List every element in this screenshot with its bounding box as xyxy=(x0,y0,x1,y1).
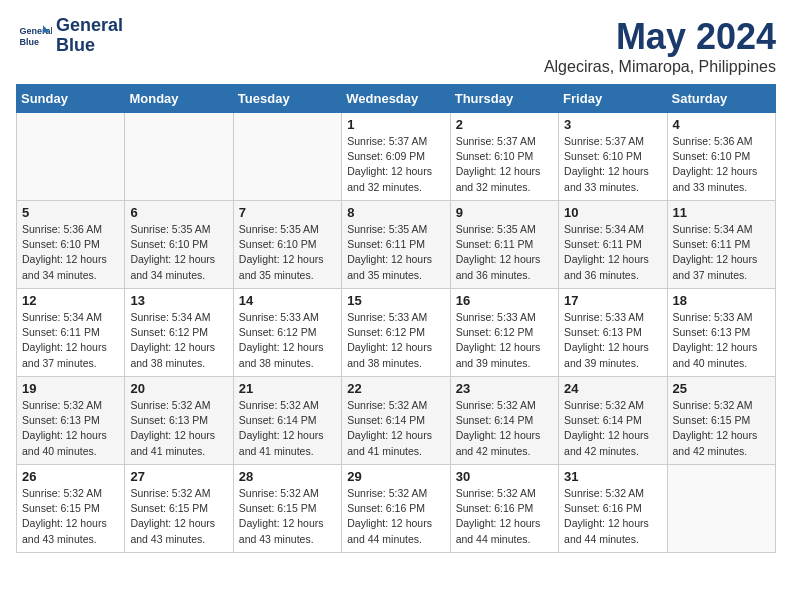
calendar-cell: 23Sunrise: 5:32 AM Sunset: 6:14 PM Dayli… xyxy=(450,377,558,465)
day-info: Sunrise: 5:32 AM Sunset: 6:13 PM Dayligh… xyxy=(22,398,119,459)
day-number: 29 xyxy=(347,469,444,484)
calendar-cell: 18Sunrise: 5:33 AM Sunset: 6:13 PM Dayli… xyxy=(667,289,775,377)
day-info: Sunrise: 5:32 AM Sunset: 6:14 PM Dayligh… xyxy=(347,398,444,459)
week-row-5: 26Sunrise: 5:32 AM Sunset: 6:15 PM Dayli… xyxy=(17,465,776,553)
calendar-cell: 4Sunrise: 5:36 AM Sunset: 6:10 PM Daylig… xyxy=(667,113,775,201)
day-number: 4 xyxy=(673,117,770,132)
header-row: SundayMondayTuesdayWednesdayThursdayFrid… xyxy=(17,85,776,113)
day-info: Sunrise: 5:32 AM Sunset: 6:14 PM Dayligh… xyxy=(456,398,553,459)
calendar-cell: 24Sunrise: 5:32 AM Sunset: 6:14 PM Dayli… xyxy=(559,377,667,465)
week-row-4: 19Sunrise: 5:32 AM Sunset: 6:13 PM Dayli… xyxy=(17,377,776,465)
day-info: Sunrise: 5:35 AM Sunset: 6:10 PM Dayligh… xyxy=(239,222,336,283)
svg-text:Blue: Blue xyxy=(20,37,40,47)
day-header-tuesday: Tuesday xyxy=(233,85,341,113)
day-number: 14 xyxy=(239,293,336,308)
day-info: Sunrise: 5:36 AM Sunset: 6:10 PM Dayligh… xyxy=(673,134,770,195)
day-number: 13 xyxy=(130,293,227,308)
calendar-cell: 14Sunrise: 5:33 AM Sunset: 6:12 PM Dayli… xyxy=(233,289,341,377)
logo-line1: General xyxy=(56,15,123,35)
calendar-cell: 10Sunrise: 5:34 AM Sunset: 6:11 PM Dayli… xyxy=(559,201,667,289)
day-number: 26 xyxy=(22,469,119,484)
day-info: Sunrise: 5:37 AM Sunset: 6:10 PM Dayligh… xyxy=(456,134,553,195)
day-number: 3 xyxy=(564,117,661,132)
logo-line2: Blue xyxy=(56,35,95,55)
calendar-cell: 17Sunrise: 5:33 AM Sunset: 6:13 PM Dayli… xyxy=(559,289,667,377)
day-number: 5 xyxy=(22,205,119,220)
day-info: Sunrise: 5:33 AM Sunset: 6:13 PM Dayligh… xyxy=(673,310,770,371)
calendar-cell: 28Sunrise: 5:32 AM Sunset: 6:15 PM Dayli… xyxy=(233,465,341,553)
day-info: Sunrise: 5:32 AM Sunset: 6:15 PM Dayligh… xyxy=(22,486,119,547)
calendar-cell: 11Sunrise: 5:34 AM Sunset: 6:11 PM Dayli… xyxy=(667,201,775,289)
day-info: Sunrise: 5:35 AM Sunset: 6:10 PM Dayligh… xyxy=(130,222,227,283)
title-block: May 2024 Algeciras, Mimaropa, Philippine… xyxy=(544,16,776,76)
calendar-cell: 6Sunrise: 5:35 AM Sunset: 6:10 PM Daylig… xyxy=(125,201,233,289)
calendar-cell: 3Sunrise: 5:37 AM Sunset: 6:10 PM Daylig… xyxy=(559,113,667,201)
day-info: Sunrise: 5:32 AM Sunset: 6:15 PM Dayligh… xyxy=(239,486,336,547)
calendar-cell: 1Sunrise: 5:37 AM Sunset: 6:09 PM Daylig… xyxy=(342,113,450,201)
day-number: 8 xyxy=(347,205,444,220)
day-number: 31 xyxy=(564,469,661,484)
day-info: Sunrise: 5:32 AM Sunset: 6:16 PM Dayligh… xyxy=(456,486,553,547)
page-header: General Blue General Blue May 2024 Algec… xyxy=(16,16,776,76)
day-info: Sunrise: 5:34 AM Sunset: 6:11 PM Dayligh… xyxy=(673,222,770,283)
day-number: 1 xyxy=(347,117,444,132)
day-info: Sunrise: 5:32 AM Sunset: 6:15 PM Dayligh… xyxy=(130,486,227,547)
logo-icon: General Blue xyxy=(16,18,52,54)
day-number: 28 xyxy=(239,469,336,484)
day-number: 17 xyxy=(564,293,661,308)
day-header-friday: Friday xyxy=(559,85,667,113)
day-info: Sunrise: 5:32 AM Sunset: 6:14 PM Dayligh… xyxy=(239,398,336,459)
month-title: May 2024 xyxy=(544,16,776,58)
calendar-cell: 12Sunrise: 5:34 AM Sunset: 6:11 PM Dayli… xyxy=(17,289,125,377)
day-header-thursday: Thursday xyxy=(450,85,558,113)
day-number: 30 xyxy=(456,469,553,484)
calendar-cell: 22Sunrise: 5:32 AM Sunset: 6:14 PM Dayli… xyxy=(342,377,450,465)
day-number: 12 xyxy=(22,293,119,308)
day-info: Sunrise: 5:32 AM Sunset: 6:14 PM Dayligh… xyxy=(564,398,661,459)
calendar-cell: 15Sunrise: 5:33 AM Sunset: 6:12 PM Dayli… xyxy=(342,289,450,377)
day-info: Sunrise: 5:35 AM Sunset: 6:11 PM Dayligh… xyxy=(456,222,553,283)
day-header-saturday: Saturday xyxy=(667,85,775,113)
day-number: 19 xyxy=(22,381,119,396)
day-number: 2 xyxy=(456,117,553,132)
calendar-cell: 9Sunrise: 5:35 AM Sunset: 6:11 PM Daylig… xyxy=(450,201,558,289)
calendar-cell: 5Sunrise: 5:36 AM Sunset: 6:10 PM Daylig… xyxy=(17,201,125,289)
day-number: 18 xyxy=(673,293,770,308)
week-row-1: 1Sunrise: 5:37 AM Sunset: 6:09 PM Daylig… xyxy=(17,113,776,201)
calendar-cell: 2Sunrise: 5:37 AM Sunset: 6:10 PM Daylig… xyxy=(450,113,558,201)
calendar-cell: 31Sunrise: 5:32 AM Sunset: 6:16 PM Dayli… xyxy=(559,465,667,553)
logo: General Blue General Blue xyxy=(16,16,123,56)
day-info: Sunrise: 5:33 AM Sunset: 6:13 PM Dayligh… xyxy=(564,310,661,371)
calendar-cell xyxy=(125,113,233,201)
day-info: Sunrise: 5:34 AM Sunset: 6:11 PM Dayligh… xyxy=(22,310,119,371)
day-number: 9 xyxy=(456,205,553,220)
calendar-cell: 25Sunrise: 5:32 AM Sunset: 6:15 PM Dayli… xyxy=(667,377,775,465)
day-info: Sunrise: 5:32 AM Sunset: 6:16 PM Dayligh… xyxy=(347,486,444,547)
day-number: 7 xyxy=(239,205,336,220)
day-info: Sunrise: 5:34 AM Sunset: 6:11 PM Dayligh… xyxy=(564,222,661,283)
calendar-cell xyxy=(233,113,341,201)
week-row-2: 5Sunrise: 5:36 AM Sunset: 6:10 PM Daylig… xyxy=(17,201,776,289)
day-header-sunday: Sunday xyxy=(17,85,125,113)
day-info: Sunrise: 5:33 AM Sunset: 6:12 PM Dayligh… xyxy=(239,310,336,371)
day-info: Sunrise: 5:37 AM Sunset: 6:10 PM Dayligh… xyxy=(564,134,661,195)
day-info: Sunrise: 5:36 AM Sunset: 6:10 PM Dayligh… xyxy=(22,222,119,283)
day-number: 27 xyxy=(130,469,227,484)
calendar-cell: 26Sunrise: 5:32 AM Sunset: 6:15 PM Dayli… xyxy=(17,465,125,553)
day-number: 16 xyxy=(456,293,553,308)
day-info: Sunrise: 5:35 AM Sunset: 6:11 PM Dayligh… xyxy=(347,222,444,283)
location-title: Algeciras, Mimaropa, Philippines xyxy=(544,58,776,76)
calendar-cell xyxy=(17,113,125,201)
day-number: 10 xyxy=(564,205,661,220)
week-row-3: 12Sunrise: 5:34 AM Sunset: 6:11 PM Dayli… xyxy=(17,289,776,377)
day-info: Sunrise: 5:33 AM Sunset: 6:12 PM Dayligh… xyxy=(456,310,553,371)
day-number: 23 xyxy=(456,381,553,396)
day-number: 6 xyxy=(130,205,227,220)
calendar-cell: 13Sunrise: 5:34 AM Sunset: 6:12 PM Dayli… xyxy=(125,289,233,377)
calendar-cell xyxy=(667,465,775,553)
calendar-cell: 30Sunrise: 5:32 AM Sunset: 6:16 PM Dayli… xyxy=(450,465,558,553)
calendar-cell: 27Sunrise: 5:32 AM Sunset: 6:15 PM Dayli… xyxy=(125,465,233,553)
day-header-wednesday: Wednesday xyxy=(342,85,450,113)
day-info: Sunrise: 5:32 AM Sunset: 6:13 PM Dayligh… xyxy=(130,398,227,459)
calendar-cell: 8Sunrise: 5:35 AM Sunset: 6:11 PM Daylig… xyxy=(342,201,450,289)
